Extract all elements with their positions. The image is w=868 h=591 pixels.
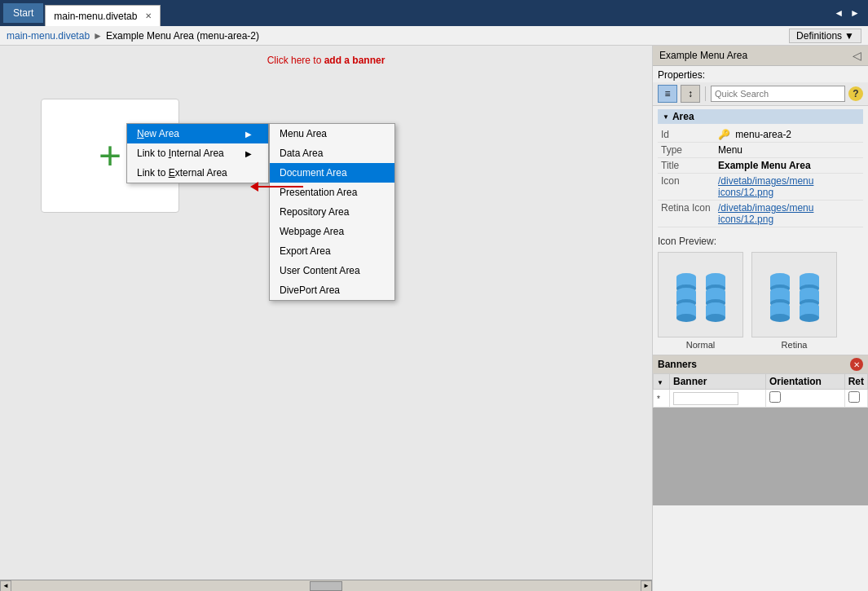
horizontal-scrollbar[interactable]: ◄ ►	[0, 580, 652, 591]
prop-row-type: Type Menu	[658, 143, 863, 158]
banners-close-button[interactable]: ✕	[850, 358, 863, 371]
arrow-line	[258, 186, 303, 187]
canvas-area: Click here to add a banner + New Area ▶ …	[0, 46, 652, 591]
banner-hint-text: Click here to	[267, 55, 324, 66]
banners-title: Banners	[658, 359, 697, 370]
banners-section: Banners ✕ ▼ Banner Orientation Ret *	[653, 355, 868, 591]
start-button[interactable]: Start	[3, 3, 43, 23]
icon-preview-normal-box	[658, 252, 743, 337]
properties-section: ▼ Area Id 🔑 menu-area-2 Type Menu Title …	[653, 106, 868, 231]
banners-table-row: *	[654, 390, 868, 408]
properties-view-icon: ≡	[664, 88, 670, 99]
nav-fwd-icon[interactable]: ►	[850, 7, 860, 19]
title-bar: Start main-menu.divetab ✕ ◄ ►	[0, 0, 868, 26]
menu-item-diveport-area[interactable]: DivePort Area	[270, 280, 394, 300]
banner-row-indicator: *	[654, 390, 670, 408]
section-collapse-icon[interactable]: ▼	[663, 113, 669, 121]
panel-toolbar: ≡ ↕ ?	[653, 82, 868, 106]
prop-row-title: Title Example Menu Area	[658, 158, 863, 174]
active-tab[interactable]: main-menu.divetab ✕	[45, 5, 161, 26]
context-menu-wrapper: New Area ▶ Link to Internal Area ▶ Link …	[126, 123, 269, 183]
prop-value-retina-icon[interactable]: /divetab/images/menu icons/12.png	[718, 202, 860, 225]
icon-preview-retina: Retina	[751, 252, 837, 350]
sort-icon: ↕	[688, 88, 693, 99]
menu-item-export-area[interactable]: Export Area	[270, 241, 394, 261]
submenu-arrow-new-area: ▶	[245, 130, 252, 139]
menu-item-menu-area-label: Menu Area	[280, 128, 327, 139]
banner-orientation-cell[interactable]	[765, 390, 844, 408]
icon-preview-section: Icon Preview:	[653, 231, 868, 355]
banner-orientation-checkbox[interactable]	[769, 391, 781, 403]
banner-ret-cell[interactable]	[844, 390, 867, 408]
icon-preview-retina-box	[751, 252, 837, 337]
sort-button[interactable]: ↕	[681, 85, 700, 103]
menu-item-diveport-area-label: DivePort Area	[280, 284, 340, 296]
menu-item-export-area-label: Export Area	[280, 245, 331, 257]
prop-value-icon[interactable]: /divetab/images/menu icons/12.png	[718, 175, 860, 198]
scroll-left-button[interactable]: ◄	[0, 580, 11, 592]
banners-table-header-row: ▼ Banner Orientation Ret	[654, 374, 868, 390]
quick-search-input[interactable]	[711, 86, 845, 102]
menu-item-user-content-area-label: User Content Area	[280, 265, 360, 276]
help-button[interactable]: ?	[848, 86, 863, 101]
menu-item-data-area[interactable]: Data Area	[270, 143, 394, 163]
banners-col-banner[interactable]: Banner	[670, 374, 766, 390]
prop-label-icon: Icon	[661, 175, 718, 198]
panel-pin-icon[interactable]: ◁	[853, 49, 861, 62]
arrow-head-icon	[250, 182, 258, 192]
menu-item-menu-area[interactable]: Menu Area	[270, 124, 394, 143]
panel-header: Example Menu Area ◁	[653, 46, 868, 66]
prop-value-type: Menu	[718, 144, 860, 156]
banner-ret-checkbox[interactable]	[848, 391, 860, 403]
tab-close-button[interactable]: ✕	[145, 11, 152, 20]
scroll-thumb[interactable]	[310, 581, 342, 591]
prop-row-icon: Icon /divetab/images/menu icons/12.png	[658, 174, 863, 201]
panel-title: Example Menu Area	[659, 50, 747, 61]
prop-label-type: Type	[661, 144, 718, 156]
icon-retina-caption: Retina	[751, 340, 837, 350]
menu-item-repository-area[interactable]: Repository Area	[270, 202, 394, 222]
menu-item-link-internal[interactable]: Link to Internal Area ▶	[127, 143, 268, 163]
svg-point-26	[770, 314, 790, 322]
banner-hint-bold: add a banner	[324, 55, 386, 66]
banners-header: Banners ✕	[653, 355, 868, 373]
menu-item-user-content-area[interactable]: User Content Area	[270, 261, 394, 280]
prop-label-retina-icon: Retina Icon	[661, 202, 718, 225]
menu-item-webpage-area[interactable]: Webpage Area	[270, 222, 394, 241]
svg-point-35	[800, 314, 819, 322]
banner-hint[interactable]: Click here to add a banner	[0, 46, 652, 74]
breadcrumb-bar: main-menu.divetab ► Example Menu Area (m…	[0, 26, 868, 46]
banner-star-icon: *	[657, 395, 660, 404]
menu-item-repository-area-label: Repository Area	[280, 206, 349, 218]
definitions-button[interactable]: Definitions ▼	[789, 29, 861, 43]
prop-row-id: Id 🔑 menu-area-2	[658, 127, 863, 143]
arrow-annotation	[250, 182, 303, 192]
properties-view-button[interactable]: ≡	[658, 85, 677, 103]
banner-text-input[interactable]	[673, 392, 738, 405]
breadcrumb-current: Example Menu Area (menu-area-2)	[106, 30, 259, 42]
submenu-arrow-internal: ▶	[245, 149, 252, 158]
help-icon: ?	[853, 88, 858, 99]
menu-item-document-area[interactable]: Document Area	[270, 163, 394, 183]
prop-value-id: 🔑 menu-area-2	[718, 129, 860, 140]
add-area-icon: +	[99, 136, 121, 175]
svg-point-8	[676, 314, 696, 322]
scroll-track[interactable]	[11, 580, 641, 592]
banners-col-ret[interactable]: Ret	[844, 374, 867, 390]
banners-col-sort[interactable]: ▼	[654, 374, 670, 390]
breadcrumb-separator: ►	[93, 30, 103, 42]
banners-col-orientation[interactable]: Orientation	[765, 374, 844, 390]
menu-item-new-area[interactable]: New Area ▶	[127, 124, 268, 143]
prop-label-title: Title	[661, 160, 718, 171]
menu-item-link-external-label: Link to External Area	[137, 167, 227, 179]
breadcrumb-root[interactable]: main-menu.divetab	[7, 30, 90, 42]
canvas-content: + New Area ▶ Link to Internal Area ▶ Lin…	[0, 74, 652, 229]
banner-input-cell[interactable]	[670, 390, 766, 408]
nav-arrows: ◄ ►	[834, 0, 865, 26]
right-panel: Example Menu Area ◁ Properties: ≡ ↕ ? ▼	[652, 46, 868, 591]
nav-back-icon[interactable]: ◄	[834, 7, 844, 19]
menu-item-new-area-label: New Area	[137, 128, 179, 139]
menu-item-link-external[interactable]: Link to External Area	[127, 163, 268, 183]
scroll-right-button[interactable]: ►	[641, 580, 652, 592]
banners-table: ▼ Banner Orientation Ret *	[653, 373, 868, 408]
